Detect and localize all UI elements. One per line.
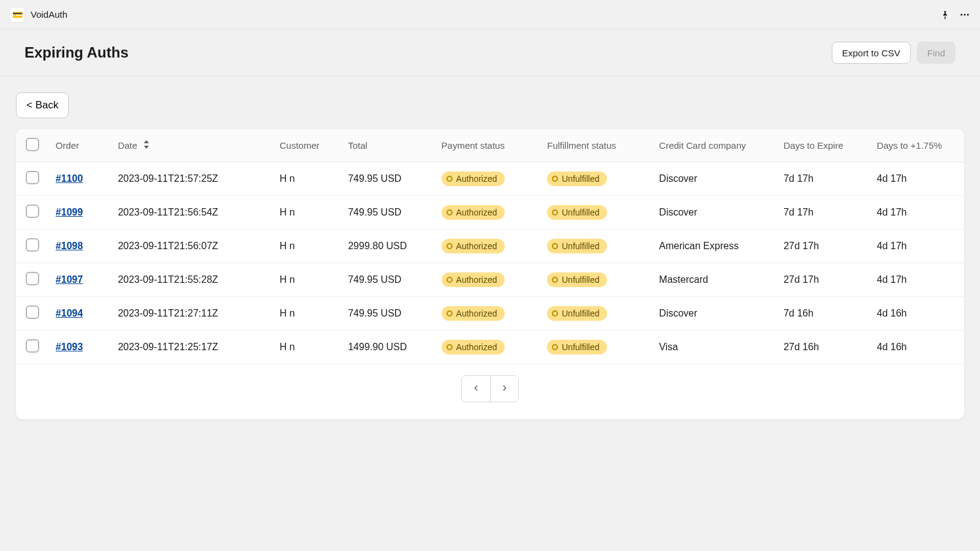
status-dot-icon xyxy=(552,310,558,317)
select-all-checkbox[interactable] xyxy=(26,138,39,151)
cell-customer: H n xyxy=(274,162,342,196)
cell-days-bonus: 4d 17h xyxy=(871,162,964,196)
cell-cc-company: American Express xyxy=(653,230,777,263)
payment-status-badge: Authorized xyxy=(442,272,505,287)
order-link[interactable]: #1093 xyxy=(56,342,83,352)
cell-customer: H n xyxy=(274,196,342,230)
cell-cc-company: Mastercard xyxy=(653,263,777,297)
cell-total: 749.95 USD xyxy=(342,263,435,297)
payment-status-text: Authorized xyxy=(456,174,497,184)
fulfillment-status-badge: Unfulfilled xyxy=(547,340,606,354)
cell-cc-company: Visa xyxy=(653,331,777,364)
cell-checkbox xyxy=(16,263,50,297)
fulfillment-status-text: Unfulfilled xyxy=(562,208,599,217)
table-row: #1097 2023-09-11T21:55:28Z H n 749.95 US… xyxy=(16,263,964,297)
status-dot-icon xyxy=(552,344,558,350)
payment-status-text: Authorized xyxy=(456,342,497,352)
topbar: 💳 VoidAuth xyxy=(0,0,980,29)
prev-page-button[interactable] xyxy=(462,376,490,402)
cell-days-expire: 7d 17h xyxy=(777,162,870,196)
app-icon-emoji: 💳 xyxy=(12,10,23,20)
orders-table: Order Date Customer Total Payment status… xyxy=(16,129,964,364)
cell-days-bonus: 4d 17h xyxy=(871,263,964,297)
fulfillment-status-text: Unfulfilled xyxy=(562,275,599,285)
svg-point-0 xyxy=(960,13,962,15)
cell-payment-status: Authorized xyxy=(435,263,541,297)
cell-order: #1097 xyxy=(50,263,112,297)
th-select-all xyxy=(16,129,50,162)
row-checkbox[interactable] xyxy=(26,305,39,319)
table-row: #1093 2023-09-11T21:25:17Z H n 1499.90 U… xyxy=(16,331,964,364)
th-payment-status[interactable]: Payment status xyxy=(435,129,541,162)
th-cc-company[interactable]: Credit Card company xyxy=(653,129,777,162)
cell-total: 2999.80 USD xyxy=(342,230,435,263)
order-link[interactable]: #1098 xyxy=(56,241,83,251)
fulfillment-status-badge: Unfulfilled xyxy=(547,272,606,287)
status-dot-icon xyxy=(552,243,558,249)
cell-payment-status: Authorized xyxy=(435,297,541,331)
cell-fulfillment-status: Unfulfilled xyxy=(541,162,653,196)
order-link[interactable]: #1097 xyxy=(56,274,83,285)
cell-cc-company: Discover xyxy=(653,297,777,331)
sort-icon xyxy=(143,140,149,150)
row-checkbox[interactable] xyxy=(26,272,39,285)
row-checkbox[interactable] xyxy=(26,339,39,353)
th-customer[interactable]: Customer xyxy=(274,129,342,162)
chevron-left-icon xyxy=(472,384,480,394)
cell-total: 749.95 USD xyxy=(342,297,435,331)
cell-date: 2023-09-11T21:56:54Z xyxy=(111,196,273,230)
cell-date: 2023-09-11T21:25:17Z xyxy=(111,331,273,364)
cell-days-expire: 27d 17h xyxy=(777,230,870,263)
status-dot-icon xyxy=(447,277,453,283)
content: < Back Order Date Customer Total xyxy=(0,77,980,435)
order-link[interactable]: #1099 xyxy=(56,207,83,217)
next-page-button[interactable] xyxy=(490,376,518,402)
cell-fulfillment-status: Unfulfilled xyxy=(541,297,653,331)
pager xyxy=(16,364,964,419)
cell-customer: H n xyxy=(274,331,342,364)
status-dot-icon xyxy=(552,209,558,216)
th-order[interactable]: Order xyxy=(50,129,112,162)
cell-days-expire: 27d 16h xyxy=(777,331,870,364)
th-days-bonus[interactable]: Days to +1.75% xyxy=(871,129,964,162)
more-icon[interactable] xyxy=(959,9,970,20)
row-checkbox[interactable] xyxy=(26,171,39,184)
cell-date: 2023-09-11T21:57:25Z xyxy=(111,162,273,196)
cell-payment-status: Authorized xyxy=(435,230,541,263)
export-csv-button[interactable]: Export to CSV xyxy=(832,42,911,64)
th-total[interactable]: Total xyxy=(342,129,435,162)
back-button[interactable]: < Back xyxy=(16,92,69,118)
row-checkbox[interactable] xyxy=(26,238,39,252)
cell-days-expire: 7d 17h xyxy=(777,196,870,230)
status-dot-icon xyxy=(447,243,453,249)
cell-payment-status: Authorized xyxy=(435,331,541,364)
pin-icon[interactable] xyxy=(940,9,951,20)
payment-status-badge: Authorized xyxy=(442,306,505,321)
chevron-right-icon xyxy=(500,384,509,394)
th-fulfillment-status[interactable]: Fulfillment status xyxy=(541,129,653,162)
cell-total: 1499.90 USD xyxy=(342,331,435,364)
orders-card: Order Date Customer Total Payment status… xyxy=(16,129,964,419)
page-title: Expiring Auths xyxy=(24,44,832,61)
cell-days-expire: 7d 16h xyxy=(777,297,870,331)
cell-customer: H n xyxy=(274,263,342,297)
cell-fulfillment-status: Unfulfilled xyxy=(541,230,653,263)
app-name: VoidAuth xyxy=(31,9,67,20)
cell-fulfillment-status: Unfulfilled xyxy=(541,331,653,364)
order-link[interactable]: #1100 xyxy=(56,173,83,184)
cell-checkbox xyxy=(16,331,50,364)
fulfillment-status-badge: Unfulfilled xyxy=(547,306,606,321)
payment-status-badge: Authorized xyxy=(442,205,505,220)
payment-status-text: Authorized xyxy=(456,208,497,217)
topbar-actions xyxy=(940,9,970,20)
cell-customer: H n xyxy=(274,230,342,263)
find-button[interactable]: Find xyxy=(917,42,956,64)
th-days-expire[interactable]: Days to Expire xyxy=(777,129,870,162)
row-checkbox[interactable] xyxy=(26,204,39,218)
cell-total: 749.95 USD xyxy=(342,162,435,196)
order-link[interactable]: #1094 xyxy=(56,308,83,318)
th-date[interactable]: Date xyxy=(111,129,273,162)
status-dot-icon xyxy=(447,344,453,350)
fulfillment-status-badge: Unfulfilled xyxy=(547,171,606,186)
status-dot-icon xyxy=(447,176,453,182)
